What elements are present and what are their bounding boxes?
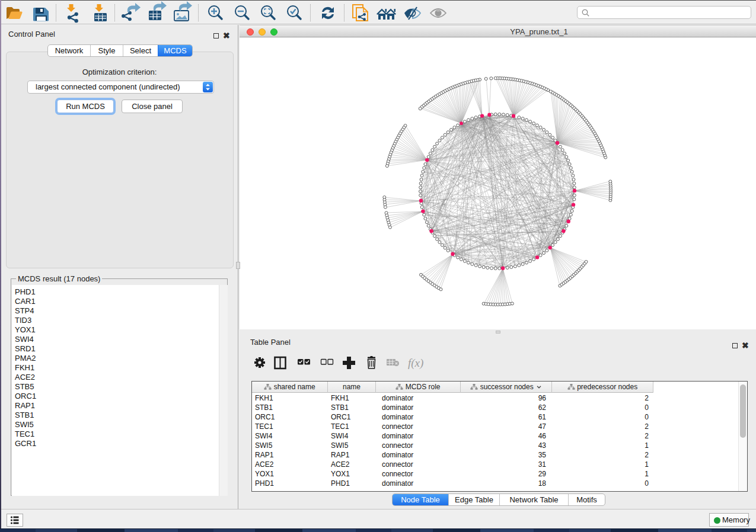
- svg-text:f(x): f(x): [408, 357, 423, 370]
